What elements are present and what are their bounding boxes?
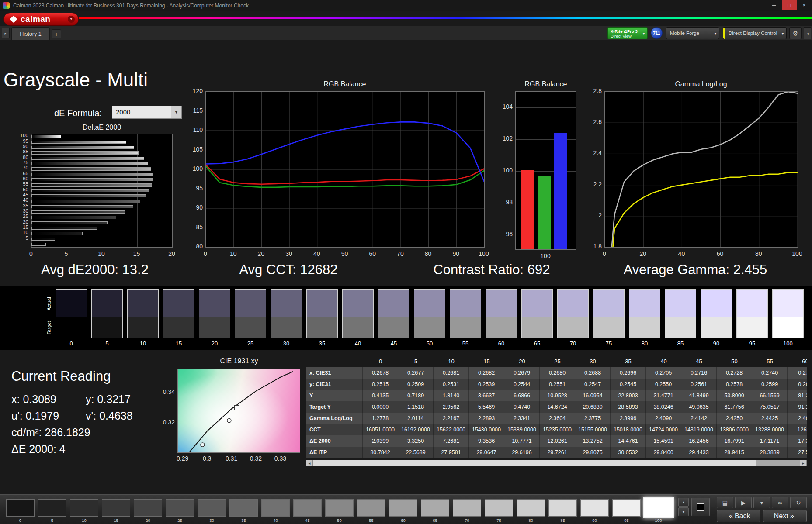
pattern-swatch-button-60[interactable] xyxy=(389,499,417,517)
pattern-swatch-button-35[interactable] xyxy=(229,499,258,517)
swatch-actual xyxy=(378,290,409,317)
table-row: Y0.41350.71891.81403.66376.686610.952816… xyxy=(306,390,807,401)
cell-value: 16.7991 xyxy=(717,435,752,447)
cell-value: 13.2752 xyxy=(575,435,611,447)
cell-value: 16.0954 xyxy=(575,390,611,401)
pattern-swatch-button-75[interactable] xyxy=(485,499,513,517)
chevron-down-icon: ▼ xyxy=(642,32,645,36)
cell-value: 2.4425 xyxy=(752,413,788,424)
row-label: Target Y xyxy=(306,401,363,413)
axis-tick: 90 xyxy=(183,204,203,211)
cell-value: 0.2599 xyxy=(752,379,788,390)
back-button[interactable]: «Back xyxy=(717,510,760,522)
cell-value: 16051.0000 xyxy=(363,424,398,435)
scrollbar-thumb[interactable] xyxy=(313,460,756,466)
row-label: ΔE 2000 xyxy=(306,435,363,447)
axis-tick: 75 xyxy=(13,160,28,165)
pattern-swatch-button-15[interactable] xyxy=(102,499,130,517)
calman-logo-button[interactable]: calman ▼ xyxy=(3,13,79,26)
direct-display-control-dropdown[interactable]: Direct Display Control ▼ xyxy=(723,27,787,39)
cell-value: 38.0246 xyxy=(646,401,681,413)
deltae-bar-50 xyxy=(31,189,149,192)
scroll-left-button[interactable]: ◄ xyxy=(306,460,313,466)
add-tab-button[interactable]: + xyxy=(52,29,61,38)
toolbar-icon-button-2[interactable]: ▶ xyxy=(735,497,752,508)
axis-tick: 102 xyxy=(493,135,513,142)
deltae-bar-60 xyxy=(31,178,153,181)
pattern-swatch-button-20[interactable] xyxy=(134,499,162,517)
meter-xrite-i1pro3-dropdown[interactable]: X-Rite i1Pro 3 Direct View ▼ xyxy=(607,27,648,39)
pattern-window-button[interactable] xyxy=(691,498,710,516)
cell-value: 2.4090 xyxy=(646,413,681,424)
gridline xyxy=(516,107,576,108)
cell-value: 31.4771 xyxy=(646,390,681,401)
scroll-right-button[interactable]: ► xyxy=(800,460,807,466)
swatch-target xyxy=(307,317,337,338)
pattern-swatch-button-45[interactable] xyxy=(293,499,322,517)
cell-value: 5.5469 xyxy=(469,401,504,413)
toolbar-icon-button-5[interactable]: ↻ xyxy=(790,497,807,508)
meter-mobile-forge-dropdown[interactable]: Mobile Forge ▼ xyxy=(666,27,719,39)
chevron-down-icon: ▼ xyxy=(781,32,784,36)
pattern-swatch-button-100[interactable] xyxy=(643,497,674,518)
pattern-swatch-button-5[interactable] xyxy=(38,499,66,517)
swatch-level-label: 35 xyxy=(306,340,338,347)
pattern-swatch-button-40[interactable] xyxy=(261,499,290,517)
pattern-swatch-button-55[interactable] xyxy=(357,499,385,517)
chevron-down-icon[interactable]: ▼ xyxy=(68,16,75,23)
restore-button[interactable]: □ xyxy=(782,0,797,10)
swatch-level-label: 65 xyxy=(521,340,553,347)
spinner-down-button[interactable]: ▼ xyxy=(678,507,689,516)
axis-tick: 90 xyxy=(13,144,28,149)
swatch-actual xyxy=(773,290,803,317)
pattern-swatch-button-0[interactable] xyxy=(6,499,35,517)
cell-value: 16.2456 xyxy=(681,435,717,447)
axis-tick: 104 xyxy=(493,103,513,110)
axis-tick: 30 xyxy=(13,208,28,214)
toolbar-icon-button-3[interactable]: ▾ xyxy=(753,497,770,508)
swatch-actual xyxy=(522,290,552,317)
grayscale-swatch-90 xyxy=(701,289,732,338)
pattern-swatch-button-50[interactable] xyxy=(325,499,354,517)
settings-gear-button[interactable]: ⚙ xyxy=(789,27,802,39)
row-label: Y xyxy=(306,390,363,401)
cell-value: 0.2509 xyxy=(398,379,434,390)
collapse-panel-button[interactable]: ◂ xyxy=(804,27,811,39)
pattern-swatch-button-10[interactable] xyxy=(70,499,98,517)
cell-value: 13288.0000 xyxy=(752,424,788,435)
minimize-button[interactable]: ─ xyxy=(767,0,781,10)
de-formula-dropdown[interactable]: 2000 ▼ xyxy=(112,106,182,119)
swatch-target xyxy=(593,317,624,338)
cell-value: 29.6196 xyxy=(504,447,540,458)
pattern-swatch-button-25[interactable] xyxy=(166,499,194,517)
tab-history-1[interactable]: History 1 xyxy=(11,27,50,40)
toolbar-icon-button-4[interactable]: ∞ xyxy=(772,497,788,508)
pattern-swatch-button-85[interactable] xyxy=(548,499,577,517)
bar-blue xyxy=(554,133,567,249)
toolbar-icon-button-1[interactable]: ▤ xyxy=(717,497,733,508)
column-header: 25 xyxy=(540,356,575,367)
cell-value: 0.262 xyxy=(788,379,807,390)
deltae-bar-15 xyxy=(31,227,97,230)
next-button[interactable]: Next» xyxy=(763,510,807,522)
swatch-level-label: 5 xyxy=(91,340,123,347)
table-row: y: CIE310.25150.25090.25310.25390.25440.… xyxy=(306,379,807,390)
cell-value: 2.2167 xyxy=(434,413,469,424)
pattern-swatch-button-80[interactable] xyxy=(517,499,545,517)
meter-label: Mobile Forge xyxy=(670,31,699,36)
pattern-swatch-button-90[interactable] xyxy=(580,499,609,517)
toolbar-icon-group: ▤▶▾∞↻ xyxy=(717,497,809,508)
spinner-up-button[interactable]: ▲ xyxy=(678,498,689,507)
pattern-swatch-button-70[interactable] xyxy=(453,499,481,517)
pattern-swatch-button-65[interactable] xyxy=(421,499,449,517)
contrast-ratio-stat: Contrast Ratio: 692 xyxy=(433,262,550,278)
pattern-swatch-button-30[interactable] xyxy=(198,499,226,517)
panel-expander-button[interactable]: ▸ xyxy=(2,28,10,38)
cell-value: 0.2515 xyxy=(363,379,398,390)
close-button[interactable]: × xyxy=(797,0,812,10)
pattern-swatch-button-95[interactable] xyxy=(612,499,641,517)
table-horizontal-scrollbar[interactable]: ◄ ► xyxy=(306,460,807,466)
cell-value: 29.0647 xyxy=(469,447,504,458)
scrollbar-track[interactable] xyxy=(313,460,800,466)
axis-tick: 96 xyxy=(493,231,513,238)
